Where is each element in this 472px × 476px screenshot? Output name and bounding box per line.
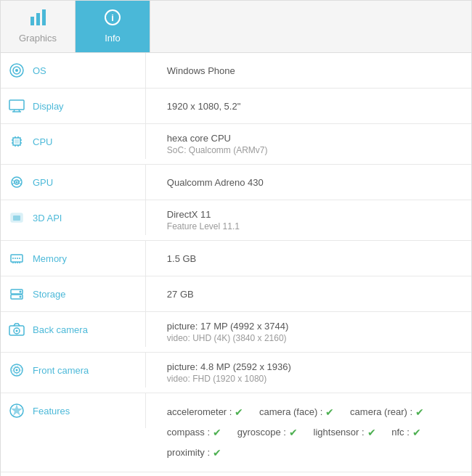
- memory-label-cell: Memory: [1, 241, 146, 276]
- 3dapi-label-cell: 3D API: [1, 200, 146, 235]
- svg-point-24: [16, 181, 18, 184]
- os-icon: [8, 62, 25, 79]
- cpu-label-cell: CPU: [1, 124, 146, 159]
- front-camera-value: picture: 4.8 MP (2592 x 1936) video: FHD…: [160, 353, 471, 393]
- bar-chart-icon: [29, 9, 46, 30]
- 3dapi-label: 3D API: [33, 213, 62, 223]
- features-icon: [8, 402, 25, 419]
- back-camera-label: Back camera: [33, 324, 88, 335]
- feature-gyroscope: gyroscope : ✔: [237, 422, 298, 443]
- display-label: Display: [33, 101, 64, 112]
- feature-compass-label: compass :: [167, 423, 210, 442]
- memory-label: Memory: [33, 253, 67, 264]
- feature-nfc-label: nfc :: [391, 423, 410, 442]
- os-value: Windows Phone: [160, 53, 471, 89]
- svg-rect-30: [13, 216, 20, 221]
- features-label-cell: Features: [1, 393, 146, 428]
- feature-proximity: proximity : ✔: [167, 443, 221, 463]
- svg-text:i: i: [111, 12, 114, 23]
- 3dapi-value: DirectX 11 Feature Level 11.1: [160, 200, 471, 241]
- svg-rect-0: [30, 17, 34, 25]
- storage-label-cell: Storage: [1, 276, 146, 311]
- front-camera-label: Front camera: [33, 365, 89, 376]
- features-label: Features: [33, 406, 70, 416]
- memory-icon: [8, 250, 25, 267]
- feature-camera-rear: camera (rear) : ✔: [350, 402, 424, 422]
- features-value: accelerometer : ✔ camera (face) : ✔ came…: [160, 393, 471, 472]
- main-container: Graphics i Info: [0, 0, 472, 476]
- memory-value: 1.5 GB: [160, 241, 471, 276]
- features-row-3: proximity : ✔: [167, 443, 464, 463]
- feature-proximity-check: ✔: [213, 443, 221, 463]
- table-row: CPU hexa core CPU SoC: Qualcomm (ARMv7): [1, 124, 471, 165]
- feature-accelerometer-check: ✔: [235, 402, 243, 422]
- feature-compass: compass : ✔: [167, 422, 221, 443]
- table-row: Display 1920 x 1080, 5.2": [1, 89, 471, 124]
- storage-icon: [8, 285, 25, 303]
- table-row: GPU Qualcomm Adreno 430: [1, 165, 471, 200]
- tab-graphics-label: Graphics: [19, 33, 57, 44]
- feature-camera-face-check: ✔: [325, 402, 334, 422]
- feature-lightsensor-check: ✔: [367, 422, 376, 443]
- table-row: Back camera picture: 17 MP (4992 x 3744)…: [1, 312, 471, 353]
- feature-accelerometer-label: accelerometer :: [167, 403, 232, 422]
- svg-point-7: [15, 69, 18, 72]
- display-value: 1920 x 1080, 5.2": [160, 89, 471, 124]
- os-label: OS: [33, 65, 46, 76]
- feature-camera-face: camera (face) : ✔: [259, 402, 334, 422]
- feature-camera-rear-check: ✔: [415, 402, 424, 422]
- cpu-label: CPU: [33, 136, 52, 147]
- features-grid: accelerometer : ✔ camera (face) : ✔ came…: [167, 402, 464, 463]
- feature-gyroscope-label: gyroscope :: [237, 423, 286, 442]
- cpu-value: hexa core CPU SoC: Qualcomm (ARMv7): [160, 124, 471, 165]
- tab-info[interactable]: i Info: [76, 1, 150, 52]
- 3dapi-icon: [8, 209, 25, 226]
- table-row: Storage 27 GB: [1, 276, 471, 312]
- gpu-icon: [8, 173, 25, 191]
- watermark: www.wincore.ru: [1, 472, 471, 476]
- feature-camera-rear-label: camera (rear) :: [350, 403, 412, 422]
- table-row: Front camera picture: 4.8 MP (2592 x 193…: [1, 353, 471, 393]
- front-camera-icon: [8, 361, 25, 379]
- cpu-icon: [8, 133, 25, 150]
- features-row-2: compass : ✔ gyroscope : ✔ lightsensor : …: [167, 422, 464, 443]
- svg-point-42: [20, 291, 22, 293]
- feature-camera-face-label: camera (face) :: [259, 403, 322, 422]
- svg-rect-2: [42, 9, 46, 25]
- feature-nfc: nfc : ✔: [391, 422, 421, 443]
- tab-graphics[interactable]: Graphics: [1, 1, 76, 52]
- feature-compass-check: ✔: [213, 422, 221, 443]
- feature-lightsensor: lightsensor : ✔: [314, 422, 376, 443]
- gpu-label-cell: GPU: [1, 165, 146, 200]
- table-row: Memory 1.5 GB: [1, 241, 471, 276]
- feature-gyroscope-check: ✔: [289, 422, 298, 443]
- os-label-cell: OS: [1, 53, 146, 88]
- tab-info-label: Info: [105, 33, 121, 44]
- storage-label: Storage: [33, 289, 66, 300]
- storage-value: 27 GB: [160, 276, 471, 312]
- display-label-cell: Display: [1, 89, 146, 123]
- tab-bar: Graphics i Info: [1, 1, 471, 53]
- svg-point-43: [20, 296, 22, 298]
- info-icon: i: [105, 9, 121, 30]
- gpu-label: GPU: [33, 177, 53, 188]
- feature-accelerometer: accelerometer : ✔: [167, 402, 244, 422]
- back-camera-value: picture: 17 MP (4992 x 3744) video: UHD …: [160, 312, 471, 353]
- feature-proximity-label: proximity :: [167, 443, 210, 462]
- svg-rect-13: [15, 139, 19, 144]
- features-row: Features accelerometer : ✔ camera (face)…: [1, 393, 471, 472]
- svg-point-46: [16, 330, 18, 332]
- table-row: OS Windows Phone: [1, 53, 471, 89]
- info-table: OS Windows Phone Display 1920 x 1080, 5.…: [1, 53, 471, 472]
- camera-icon: [8, 321, 25, 338]
- features-row-1: accelerometer : ✔ camera (face) : ✔ came…: [167, 402, 464, 422]
- back-camera-label-cell: Back camera: [1, 312, 146, 347]
- front-camera-label-cell: Front camera: [1, 353, 146, 387]
- display-icon: [8, 97, 25, 115]
- feature-nfc-check: ✔: [412, 422, 421, 443]
- table-row: 3D API DirectX 11 Feature Level 11.1: [1, 200, 471, 241]
- feature-lightsensor-label: lightsensor :: [314, 423, 365, 442]
- svg-rect-1: [36, 13, 40, 25]
- gpu-value: Qualcomm Adreno 430: [160, 165, 471, 200]
- svg-point-49: [16, 369, 18, 372]
